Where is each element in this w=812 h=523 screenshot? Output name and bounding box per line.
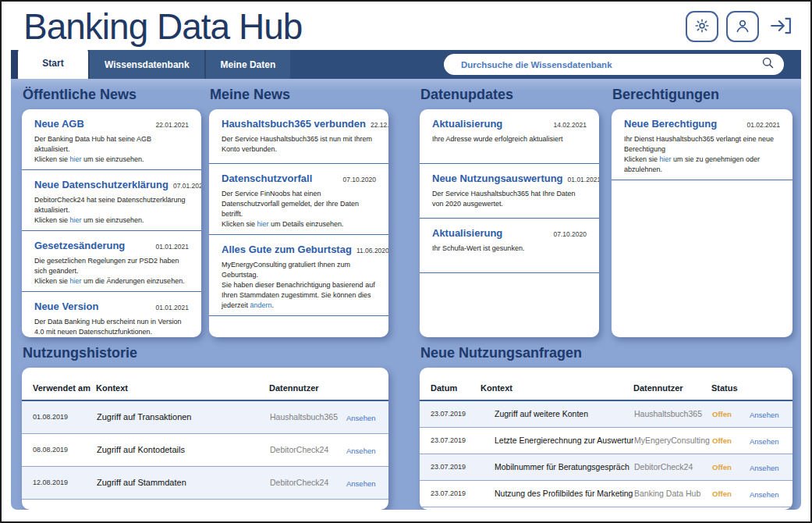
app-window: Banking Data Hub xyxy=(2,2,810,510)
news-inline-link[interactable]: hier xyxy=(660,155,672,163)
tab-start[interactable]: Start xyxy=(18,47,88,79)
news-inline-link[interactable]: ändern xyxy=(250,301,272,309)
table-row: 23.07.2019Nutzung des Profilbildes für M… xyxy=(420,481,792,507)
news-item-date: 14.02.2021 xyxy=(553,121,587,129)
search-input[interactable] xyxy=(459,59,761,70)
section-heading: Datenupdates xyxy=(420,87,599,103)
news-item-date: 07.01.2021 xyxy=(173,182,201,190)
usage-history-section: Nutzungshistorie Verwendet amKontextDate… xyxy=(22,343,388,510)
news-item-head: Neue Nutzungsauswertung01.01.2021 xyxy=(432,173,587,184)
column-header: Datum xyxy=(420,377,480,400)
news-item-title: Neue AGB xyxy=(34,118,84,130)
cell-user: Haushaltsbuch365 xyxy=(633,400,711,428)
header-actions xyxy=(686,11,795,42)
news-body-text: . xyxy=(272,301,275,309)
column-header: Verwendet am xyxy=(22,377,96,400)
news-item-body: Der Service Haushaltsbuch365 hat Ihre Da… xyxy=(432,189,587,209)
ansehen-link[interactable]: Ansehen xyxy=(750,411,779,419)
profile-button[interactable] xyxy=(726,11,759,42)
news-inline-link[interactable]: hier xyxy=(70,216,82,224)
cell-user: Haushaltsbuch365 xyxy=(269,400,346,434)
news-item-body: Der Service Haushaltsbuch365 ist nun mit… xyxy=(222,134,376,155)
table-row: 23.07.2019Letzte Energierechnung zur Aus… xyxy=(420,428,792,454)
tab-meine-daten[interactable]: Meine Daten xyxy=(204,50,291,79)
news-item-date: 22.01.2021 xyxy=(155,121,189,129)
news-body-text: MyEnergyConsulting gratuliert Ihnen zum … xyxy=(222,261,375,309)
column-header: Kontext xyxy=(96,377,269,400)
cell-context: Nutzung des Profilbildes für Marketing xyxy=(480,481,633,507)
column-header: Status xyxy=(711,377,749,400)
ansehen-link[interactable]: Ansehen xyxy=(346,447,376,455)
cell-action: Ansehen xyxy=(346,467,388,500)
news-body-text: um Details einzusehen. xyxy=(269,220,344,228)
column-header-actions xyxy=(749,377,792,400)
ansehen-link[interactable]: Ansehen xyxy=(346,414,376,422)
news-body-text: Ihre Adresse wurde erfolgreich aktualisi… xyxy=(432,135,563,143)
news-body-text: Ihr Schufa-Wert ist gesunken. xyxy=(432,244,524,252)
news-item: Aktualisierung07.10.2020Ihr Schufa-Wert … xyxy=(420,219,599,273)
news-item-body: Der Banking Data Hub hat seine AGB aktua… xyxy=(34,134,189,165)
status-badge: Offen xyxy=(711,454,749,481)
usage-history-table: Verwendet amKontextDatennutzer01.08.2019… xyxy=(22,377,388,500)
ansehen-link[interactable]: Ansehen xyxy=(750,490,779,499)
table-row: 08.08.2019Zugriff auf KontodetailsDebito… xyxy=(22,434,388,467)
news-item-title: Haushaltsbuch365 verbunden xyxy=(222,118,366,130)
cell-context: Zugriff auf Kontodetails xyxy=(96,434,269,467)
news-item: Gesetzesänderung01.01.2021Die gesetzlich… xyxy=(22,231,201,292)
news-body-text: um sie einzusehen. xyxy=(82,216,144,224)
news-item-title: Datenschutzvorfall xyxy=(222,173,312,184)
news-card: Aktualisierung14.02.2021Ihre Adresse wur… xyxy=(420,109,599,337)
logout-icon xyxy=(770,16,792,38)
news-inline-link[interactable]: hier xyxy=(70,155,82,163)
news-item-date: 01.01.2021 xyxy=(155,304,189,311)
news-item-body: Ihre Adresse wurde erfolgreich aktualisi… xyxy=(432,134,587,144)
news-item-body: Der Data Banking Hub erscheint nun in Ve… xyxy=(34,317,189,337)
nav-left-sliver xyxy=(11,50,18,79)
news-item-body: DebitorCheck24 hat seine Datenschutzerkl… xyxy=(34,195,189,226)
table-row: 01.08.2019Zugriff auf TransaktionenHaush… xyxy=(22,400,388,434)
cell-date: 23.07.2019 xyxy=(420,454,480,481)
table-row: 23.07.2019Mobilnummer für Beratungsgespr… xyxy=(420,454,792,481)
news-inline-link[interactable]: hier xyxy=(70,277,82,285)
news-item-title: Neue Nutzungsauswertung xyxy=(432,173,563,184)
section-heading: Öffentliche News xyxy=(23,87,201,103)
column-header: Datennutzer xyxy=(633,377,711,400)
news-item-body: Der Service FinNoobs hat einen Datenschu… xyxy=(222,189,376,229)
usage-history-card: Verwendet amKontextDatennutzer01.08.2019… xyxy=(22,368,388,510)
ansehen-link[interactable]: Ansehen xyxy=(750,464,779,472)
news-item-head: Haushaltsbuch365 verbunden22.12.2020 xyxy=(222,118,376,130)
news-body-text: Der Data Banking Hub erscheint nun in Ve… xyxy=(34,318,182,337)
cell-date: 12.08.2019 xyxy=(22,467,96,500)
tab-wissensdatenbank[interactable]: Wissensdatenbank xyxy=(88,50,204,79)
search-icon[interactable] xyxy=(761,56,775,73)
table-header-row: Verwendet amKontextDatennutzer xyxy=(22,377,388,400)
settings-button[interactable] xyxy=(686,11,718,42)
news-body-text: um die Änderungen einzusehen. xyxy=(82,277,185,285)
gear-icon xyxy=(693,17,711,37)
news-item-date: 11.06.2020 xyxy=(356,247,388,254)
news-item-head: Aktualisierung14.02.2021 xyxy=(432,118,587,130)
news-card: Neue AGB22.01.2021Der Banking Data Hub h… xyxy=(22,109,201,337)
cell-user: MyEngeryConsulting xyxy=(633,428,711,454)
app-header: Banking Data Hub xyxy=(11,5,801,48)
cell-action: Ansehen xyxy=(749,428,792,454)
news-item-head: Neue Version01.01.2021 xyxy=(34,301,189,312)
news-item: Neue Datenschutzerklärung07.01.2021Debit… xyxy=(22,170,201,231)
ansehen-link[interactable]: Ansehen xyxy=(750,437,779,446)
cell-context: Zugriff auf Stammdaten xyxy=(96,467,269,500)
news-card: Neue Berechtigung01.02.2021Ihr Dienst Ha… xyxy=(612,109,792,337)
cell-date: 08.08.2019 xyxy=(22,434,96,467)
ansehen-link[interactable]: Ansehen xyxy=(346,479,376,488)
logout-button[interactable] xyxy=(767,11,795,42)
news-item-date: 01.01.2021 xyxy=(568,176,599,183)
search-bar xyxy=(444,54,784,75)
news-inline-link[interactable]: hier xyxy=(257,220,269,228)
news-item-date: 01.01.2021 xyxy=(155,243,189,251)
news-item: Neue Berechtigung01.02.2021Ihr Dienst Ha… xyxy=(612,109,792,180)
cell-date: 23.07.2019 xyxy=(420,428,480,454)
column-header-actions xyxy=(346,377,388,400)
main-nav: StartWissensdatenbankMeine Daten xyxy=(11,50,801,79)
news-item-head: Neue Datenschutzerklärung07.01.2021 xyxy=(34,179,189,190)
cell-action: Ansehen xyxy=(346,434,388,467)
news-item-head: Datenschutzvorfall07.10.2020 xyxy=(222,173,376,184)
